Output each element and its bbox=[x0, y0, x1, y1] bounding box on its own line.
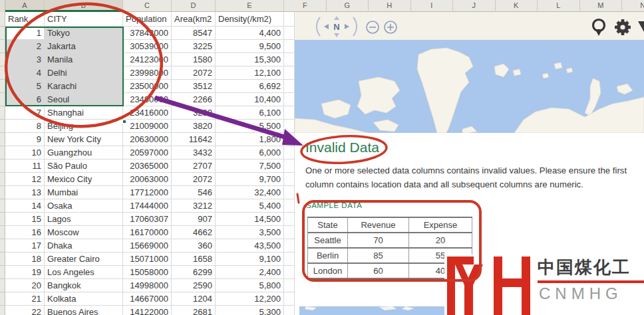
cell[interactable]: 1204 bbox=[172, 292, 216, 306]
cell[interactable]: 1,800 bbox=[216, 133, 284, 146]
cell[interactable] bbox=[284, 133, 295, 146]
cell[interactable]: 3280 bbox=[172, 106, 216, 120]
cell[interactable]: 4,400 bbox=[216, 27, 284, 40]
cell[interactable]: 907 bbox=[172, 213, 216, 226]
cell[interactable]: 2266 bbox=[172, 93, 216, 106]
cell[interactable]: 8547 bbox=[172, 27, 216, 40]
cell[interactable]: 8 bbox=[5, 120, 45, 133]
cell[interactable] bbox=[284, 159, 295, 173]
cell[interactable] bbox=[284, 27, 295, 40]
cell[interactable]: Bangkok bbox=[45, 279, 123, 292]
cell[interactable]: 17444000 bbox=[123, 199, 172, 213]
pan-left-icon[interactable] bbox=[324, 24, 329, 29]
cell[interactable]: 20597000 bbox=[123, 146, 172, 159]
zoom-out-button[interactable] bbox=[367, 21, 379, 33]
column-header-K[interactable]: K bbox=[496, 0, 538, 12]
cell[interactable] bbox=[284, 279, 295, 292]
cell[interactable]: 13 bbox=[5, 186, 45, 199]
cell[interactable]: 4662 bbox=[172, 226, 216, 239]
cell[interactable]: 24123000 bbox=[123, 53, 172, 66]
column-header-F[interactable]: F bbox=[284, 0, 327, 12]
cell[interactable] bbox=[284, 306, 295, 315]
cell[interactable]: 6,692 bbox=[216, 80, 284, 93]
cell[interactable] bbox=[284, 173, 295, 186]
cell[interactable]: 3,500 bbox=[216, 226, 284, 239]
cell[interactable]: Kolkata bbox=[45, 292, 123, 306]
cell[interactable]: Beijing bbox=[45, 120, 123, 133]
cell[interactable]: 14998000 bbox=[123, 279, 172, 292]
cell[interactable]: 1658 bbox=[172, 253, 216, 266]
cell[interactable] bbox=[284, 66, 295, 80]
cell[interactable] bbox=[284, 199, 295, 213]
cell[interactable]: 21009000 bbox=[123, 120, 172, 133]
cell[interactable] bbox=[284, 292, 295, 306]
cell[interactable] bbox=[284, 106, 295, 120]
cell[interactable] bbox=[284, 53, 295, 66]
cell[interactable]: 32,400 bbox=[216, 186, 284, 199]
cell[interactable] bbox=[284, 40, 295, 53]
cell[interactable]: 12,200 bbox=[216, 292, 284, 306]
cell[interactable]: 18 bbox=[5, 253, 45, 266]
cell[interactable]: Seoul bbox=[45, 93, 123, 106]
cell[interactable]: Manila bbox=[45, 53, 123, 66]
column-header-H[interactable]: H bbox=[369, 0, 411, 12]
location-pin-icon[interactable] bbox=[593, 20, 605, 37]
cell[interactable]: 10,400 bbox=[216, 93, 284, 106]
cell[interactable]: 2,400 bbox=[216, 266, 284, 279]
cell[interactable] bbox=[284, 120, 295, 133]
cell[interactable] bbox=[284, 213, 295, 226]
cell[interactable]: 15058000 bbox=[123, 266, 172, 279]
cell[interactable]: 4 bbox=[5, 66, 45, 80]
cell[interactable]: 11642 bbox=[172, 133, 216, 146]
cell[interactable]: Mumbai bbox=[45, 186, 123, 199]
cell[interactable]: 9,700 bbox=[216, 173, 284, 186]
cell[interactable]: Karachi bbox=[45, 80, 123, 93]
cell[interactable]: 3225 bbox=[172, 40, 216, 53]
cell[interactable] bbox=[284, 12, 295, 27]
cell[interactable]: Population bbox=[123, 12, 172, 27]
cell[interactable]: 20630000 bbox=[123, 133, 172, 146]
cell[interactable]: 15669000 bbox=[123, 239, 172, 253]
tilt-up-icon[interactable] bbox=[334, 16, 339, 20]
cell[interactable]: Delhi bbox=[45, 66, 123, 80]
column-header-C[interactable]: C bbox=[123, 0, 172, 12]
tilt-down-icon[interactable] bbox=[334, 33, 339, 37]
cell[interactable]: Area(km2 bbox=[172, 12, 216, 27]
cell[interactable]: 5 bbox=[5, 80, 45, 93]
cell[interactable]: 2072 bbox=[172, 66, 216, 80]
cell[interactable]: 23416000 bbox=[123, 106, 172, 120]
cell[interactable]: 2 bbox=[5, 40, 45, 53]
cell[interactable]: Moscow bbox=[45, 226, 123, 239]
column-header-G[interactable]: G bbox=[327, 0, 369, 12]
cell[interactable]: Mexico City bbox=[45, 173, 123, 186]
cell[interactable]: 14 bbox=[5, 199, 45, 213]
cell[interactable] bbox=[284, 253, 295, 266]
cell[interactable]: Density(/km2) bbox=[216, 12, 284, 27]
cell[interactable]: São Paulo bbox=[45, 159, 123, 173]
cell[interactable]: Guangzhou bbox=[45, 146, 123, 159]
cell[interactable]: 20063000 bbox=[123, 173, 172, 186]
cell[interactable]: Greater Cairo bbox=[45, 253, 123, 266]
column-header-I[interactable]: I bbox=[411, 0, 454, 12]
cell[interactable]: 2707 bbox=[172, 159, 216, 173]
column-header-D[interactable]: D bbox=[172, 0, 216, 12]
cell[interactable]: Lagos bbox=[45, 213, 123, 226]
cell[interactable] bbox=[284, 146, 295, 159]
cell[interactable]: 9,500 bbox=[216, 40, 284, 53]
cell[interactable]: 21 bbox=[5, 292, 45, 306]
cell[interactable] bbox=[284, 226, 295, 239]
cell[interactable]: 3 bbox=[5, 53, 45, 66]
cell[interactable]: 16 bbox=[5, 226, 45, 239]
cell[interactable]: 2681 bbox=[172, 306, 216, 315]
column-header-J[interactable]: J bbox=[453, 0, 496, 12]
cell[interactable]: 43,500 bbox=[216, 239, 284, 253]
column-header-E[interactable]: E bbox=[216, 0, 284, 12]
cell[interactable]: 6,100 bbox=[216, 106, 284, 120]
cell[interactable]: New York City bbox=[45, 133, 123, 146]
zoom-in-button[interactable] bbox=[385, 21, 397, 33]
cell[interactable]: 30539000 bbox=[123, 40, 172, 53]
cell[interactable]: 7 bbox=[5, 106, 45, 120]
cell[interactable]: 2072 bbox=[172, 173, 216, 186]
cell[interactable]: 6299 bbox=[172, 266, 216, 279]
clipped-toolbar-icon[interactable] bbox=[638, 21, 644, 32]
